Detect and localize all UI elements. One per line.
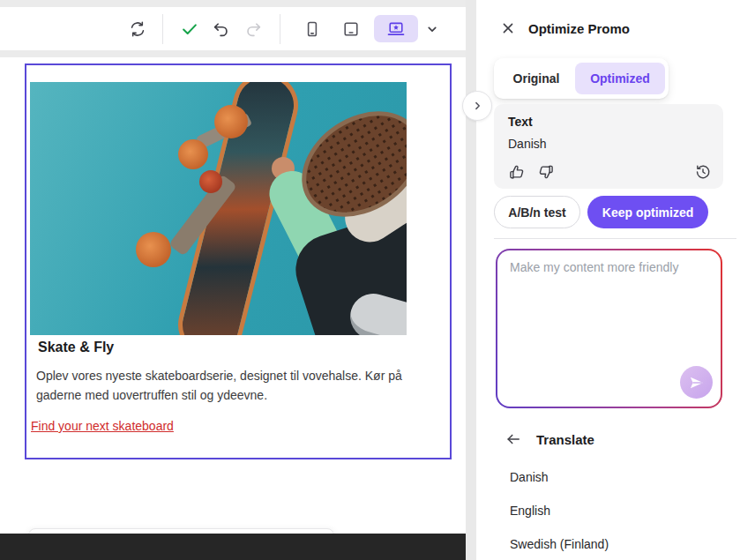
text-card-heading: Text [508,115,709,129]
optimize-panel: Optimize Promo Original Optimized Text D… [476,0,740,560]
prompt-input[interactable] [510,260,710,362]
translate-header: Translate [505,430,594,448]
chevron-right-icon [469,98,485,114]
panel-collapse-button[interactable] [462,91,492,121]
editor-canvas[interactable]: Skate & Fly Oplev vores nyeste skateboar… [0,57,466,534]
promo-image[interactable] [30,82,407,335]
toolbar-divider [162,14,163,44]
send-icon [688,374,706,392]
text-card-value: Danish [508,137,709,151]
translate-option-danish[interactable]: Danish [510,470,549,484]
ab-test-button[interactable]: A/B/n test [494,196,580,228]
tablet-preview-icon[interactable] [340,19,362,40]
section-divider [494,238,736,239]
desktop-preview-button[interactable] [374,15,418,42]
promo-link[interactable]: Find your next skateboard [31,419,174,433]
tab-optimized[interactable]: Optimized [575,63,665,94]
send-button[interactable] [680,366,713,399]
promo-description[interactable]: Oplev vores nyeste skateboardserie, desi… [36,366,422,405]
history-icon[interactable] [694,163,712,181]
canvas-toolbar [0,7,466,50]
prompt-box [496,249,722,408]
promo-title[interactable]: Skate & Fly [38,340,114,355]
desktop-star-icon [386,19,406,39]
promo-block-selected[interactable]: Skate & Fly Oplev vores nyeste skateboar… [25,63,452,459]
translate-option-swedish-finland[interactable]: Swedish (Finland) [510,537,609,551]
skateboard-wheel [136,232,171,267]
chevron-down-icon[interactable] [422,19,443,40]
phone-preview-icon[interactable] [302,19,323,40]
skateboard-wheel [199,170,222,193]
close-icon[interactable] [499,19,517,37]
keep-optimized-button[interactable]: Keep optimized [587,196,708,228]
canvas-footer [0,534,466,560]
toolbar-divider [280,14,280,44]
skateboard-wheel [178,139,208,169]
toolbar-bottom-strip [0,50,466,57]
refresh-icon[interactable] [127,19,148,40]
thumbs-down-icon[interactable] [537,163,555,181]
panel-title: Optimize Promo [528,21,630,36]
text-card: Text Danish [494,104,723,189]
panel-header: Optimize Promo [499,19,630,37]
thumbs-up-icon[interactable] [508,163,526,181]
skateboard-wheel [214,105,248,138]
panel-divider [466,0,476,560]
version-tabs: Original Optimized [494,58,669,99]
translate-option-english[interactable]: English [510,504,550,518]
redo-icon[interactable] [243,19,264,40]
approve-check-icon[interactable] [179,19,200,40]
tab-original[interactable]: Original [497,63,575,94]
translate-title: Translate [536,432,594,447]
undo-icon[interactable] [211,19,232,40]
back-arrow-icon[interactable] [505,430,522,448]
top-strip [0,0,466,7]
